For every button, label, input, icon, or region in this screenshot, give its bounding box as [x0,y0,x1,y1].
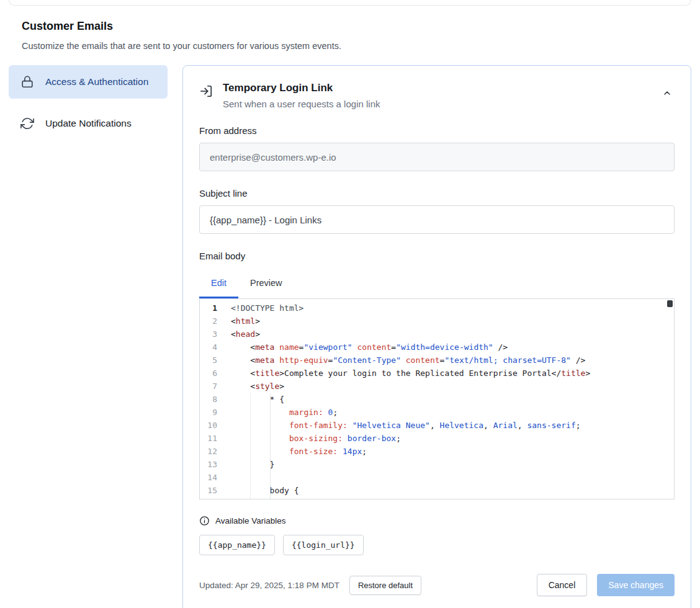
code-line: 16 background-color: #f6f6f6; [200,497,674,499]
panel-header: Temporary Login Link Sent when a user re… [199,82,675,109]
email-template-panel: Temporary Login Link Sent when a user re… [182,65,691,608]
code-text: box-sizing: border-box; [231,432,401,445]
login-icon [199,84,213,101]
code-text: background-color: #f6f6f6; [231,497,415,499]
cancel-button[interactable]: Cancel [537,574,588,596]
line-number: 9 [200,406,217,419]
email-body-field: Email body EditPreview 1<!DOCTYPE html>2… [199,251,675,499]
subject-line-field: Subject line [199,188,675,234]
line-number: 7 [200,380,217,393]
line-number: 15 [200,484,217,497]
line-number: 11 [200,432,217,445]
line-number: 6 [200,367,217,380]
lock-icon [20,75,35,89]
code-line: 4 <meta name="viewport" content="width=d… [200,341,674,354]
line-number: 10 [200,419,217,432]
code-editor[interactable]: 1<!DOCTYPE html>2<html>3<head>4 <meta na… [199,298,675,499]
code-line: 9 margin: 0; [200,406,674,419]
sync-icon [20,117,35,130]
code-line: 11 box-sizing: border-box; [200,432,674,445]
sidebar-item-label: Access & Authentication [45,74,148,89]
code-line: 13 } [200,458,674,471]
page: Customer Emails Customize the emails tha… [0,0,700,608]
code-text: <html> [231,315,260,328]
panel-title: Temporary Login Link [223,82,380,94]
previous-card-bottom-edge [9,0,691,6]
code-line: 14 [200,471,674,484]
line-number: 8 [200,393,217,406]
available-variables-label: Available Variables [215,516,286,525]
code-line: 3<head> [200,328,674,341]
line-number: 4 [200,341,217,354]
line-number: 2 [200,315,217,328]
editor-scrollbar-thumb[interactable] [667,300,673,307]
code-text: <head> [231,328,260,341]
from-address-input[interactable] [199,143,675,171]
collapse-panel-button[interactable] [660,86,675,102]
variable-chips: {{app_name}}{{login_url}} [199,535,675,555]
panel-footer: Updated: Apr 29, 2025, 1:18 PM MDT Resto… [199,574,675,596]
line-number: 5 [200,354,217,367]
editor-content: 1<!DOCTYPE html>2<html>3<head>4 <meta na… [200,299,674,499]
email-body-label: Email body [199,251,675,261]
info-icon [199,516,210,526]
code-line: 12 font-size: 14px; [200,445,674,458]
code-text: body { [231,484,299,497]
line-number: 3 [200,328,217,341]
variable-chip[interactable]: {{login_url}} [283,535,364,555]
tab-edit[interactable]: Edit [199,269,238,298]
tab-preview[interactable]: Preview [238,269,294,298]
editor-tabs: EditPreview [199,269,675,298]
code-text: <title>Complete your login to the Replic… [231,367,590,380]
indent-guide [250,393,251,499]
code-line: 5 <meta http-equiv="Content-Type" conten… [200,354,674,367]
page-subtitle: Customize the emails that are sent to yo… [22,41,691,51]
code-text: <style> [231,380,284,393]
sidebar: Access & AuthenticationUpdate Notificati… [9,65,168,148]
code-text: * { [231,393,284,406]
save-changes-button[interactable]: Save changes [597,574,675,596]
line-number: 16 [200,497,217,499]
available-variables-section: Available Variables {{app_name}}{{login_… [199,516,675,555]
restore-default-button[interactable]: Restore default [349,576,421,595]
code-text: font-size: 14px; [231,445,367,458]
chevron-up-icon [662,91,672,100]
variable-chip[interactable]: {{app_name}} [199,535,275,555]
updated-timestamp: Updated: Apr 29, 2025, 1:18 PM MDT [199,581,339,590]
code-line: 8 * { [200,393,674,406]
code-line: 10 font-family: "Helvetica Neue", Helvet… [200,419,674,432]
code-line: 15 body { [200,484,674,497]
subject-line-input[interactable] [199,205,675,234]
sidebar-item-label: Update Notifications [45,116,132,131]
subject-line-label: Subject line [199,188,675,199]
code-line: 6 <title>Complete your login to the Repl… [200,367,674,380]
code-text: margin: 0; [231,406,338,419]
sidebar-item-access-authentication[interactable]: Access & Authentication [9,65,168,99]
code-line: 2<html> [200,315,674,328]
page-header: Customer Emails Customize the emails tha… [22,20,691,51]
code-text: font-family: "Helvetica Neue", Helvetica… [231,419,581,432]
panel-subtitle: Sent when a user requests a login link [223,99,380,109]
code-text: <meta http-equiv="Content-Type" content=… [231,354,585,367]
line-number: 12 [200,445,217,458]
page-title: Customer Emails [22,20,691,33]
code-text: <!DOCTYPE html> [231,302,303,315]
code-text: } [231,458,274,471]
sidebar-item-update-notifications[interactable]: Update Notifications [9,107,168,140]
code-line: 1<!DOCTYPE html> [200,302,674,315]
line-number: 14 [200,471,217,484]
from-address-label: From address [199,125,675,136]
indent-guide [270,393,271,499]
from-address-field: From address [199,125,675,171]
line-number: 13 [200,458,217,471]
code-line: 7 <style> [200,380,674,393]
line-number: 1 [200,302,217,315]
code-text: <meta name="viewport" content="width=dev… [231,341,508,354]
panel-header-text: Temporary Login Link Sent when a user re… [223,82,380,109]
available-variables-header: Available Variables [199,516,675,526]
content-layout: Access & AuthenticationUpdate Notificati… [9,65,691,608]
